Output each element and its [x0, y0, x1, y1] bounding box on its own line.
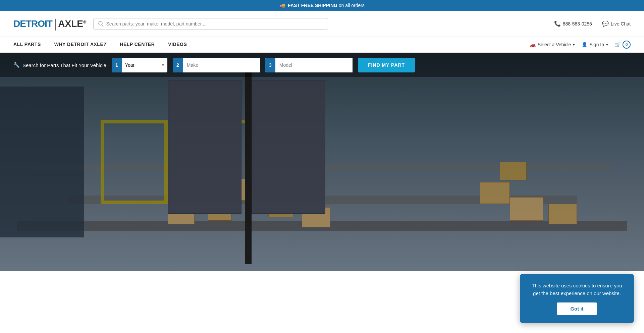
- hero-search-text: Search for Parts That Fit Your Vehicle: [22, 62, 106, 68]
- find-my-part-button[interactable]: FIND MY PART: [358, 58, 415, 72]
- year-select[interactable]: Year: [122, 58, 162, 72]
- cart-button[interactable]: 🛒 0: [615, 41, 631, 49]
- logo-detroit: DETROIT: [13, 18, 52, 29]
- select-vehicle-label: Select a Vehicle: [538, 42, 571, 47]
- top-banner: 🚚 FAST FREE SHIPPING on all orders: [0, 0, 644, 11]
- header-actions: 📞 888-583-0255 💬 Live Chat: [554, 20, 631, 27]
- logo[interactable]: DETROIT | AXLE®: [13, 18, 87, 30]
- step-1-badge: 1: [112, 58, 122, 72]
- warehouse-bg: [0, 53, 644, 271]
- sign-in-label: Sign In: [589, 42, 604, 47]
- search-bar[interactable]: [93, 18, 328, 30]
- svg-line-1: [102, 24, 103, 26]
- phone-number: 888-583-0255: [563, 21, 592, 26]
- logo-axle: AXLE®: [58, 18, 86, 29]
- chevron-down-icon: ▾: [606, 43, 608, 47]
- year-select-container: 1 Year ▾: [112, 58, 167, 72]
- step-2-badge: 2: [173, 58, 183, 72]
- sign-in-button[interactable]: 👤 Sign In ▾: [582, 42, 608, 47]
- make-input[interactable]: [183, 58, 260, 72]
- chevron-down-icon: ▾: [573, 43, 575, 47]
- phone-icon: 📞: [554, 20, 561, 27]
- model-input-container: 3: [265, 58, 353, 72]
- hero-section: 🔧 Search for Parts That Fit Your Vehicle…: [0, 53, 644, 271]
- nav-right: 🚗 Select a Vehicle ▾ 👤 Sign In ▾ 🛒 0: [530, 41, 631, 49]
- live-chat-link[interactable]: 💬 Live Chat: [602, 20, 631, 27]
- search-input[interactable]: [106, 21, 323, 26]
- header: DETROIT | AXLE® 📞 888-583-0255 💬 Live Ch…: [0, 11, 644, 37]
- make-input-container: 2: [173, 58, 260, 72]
- nav-item-help-center[interactable]: HELP CENTER: [120, 37, 155, 52]
- chat-icon: 💬: [602, 20, 609, 27]
- user-icon: 👤: [582, 42, 587, 47]
- logo-pipe: |: [54, 18, 57, 30]
- shipping-icon: 🚚: [279, 3, 285, 8]
- year-chevron-icon: ▾: [162, 63, 167, 67]
- nav-left: ALL PARTS WHY DETROIT AXLE? HELP CENTER …: [13, 37, 187, 52]
- select-vehicle-button[interactable]: 🚗 Select a Vehicle ▾: [530, 42, 575, 47]
- shipping-text: FAST FREE SHIPPING on all orders: [288, 3, 365, 8]
- wrench-icon: 🔧: [13, 62, 20, 68]
- phone-link[interactable]: 📞 888-583-0255: [554, 20, 592, 27]
- nav-item-videos[interactable]: VIDEOS: [168, 37, 187, 52]
- search-icon: [98, 21, 104, 26]
- car-icon: 🚗: [530, 42, 536, 47]
- cookie-notice: This website uses cookies to ensure you …: [520, 274, 634, 323]
- nav-item-why-detroit[interactable]: WHY DETROIT AXLE?: [54, 37, 107, 52]
- hero-search-bar: 🔧 Search for Parts That Fit Your Vehicle…: [0, 53, 644, 77]
- model-input[interactable]: [275, 58, 353, 72]
- cart-icon: 🛒: [615, 42, 621, 47]
- hero-search-label: 🔧 Search for Parts That Fit Your Vehicle: [13, 62, 106, 68]
- live-chat-label: Live Chat: [611, 21, 631, 26]
- navbar: ALL PARTS WHY DETROIT AXLE? HELP CENTER …: [0, 37, 644, 53]
- cookie-message: This website uses cookies to ensure you …: [529, 282, 625, 297]
- nav-item-all-parts[interactable]: ALL PARTS: [13, 37, 41, 52]
- got-it-button[interactable]: Got it: [557, 302, 597, 315]
- cart-badge: 0: [623, 41, 631, 49]
- step-3-badge: 3: [265, 58, 275, 72]
